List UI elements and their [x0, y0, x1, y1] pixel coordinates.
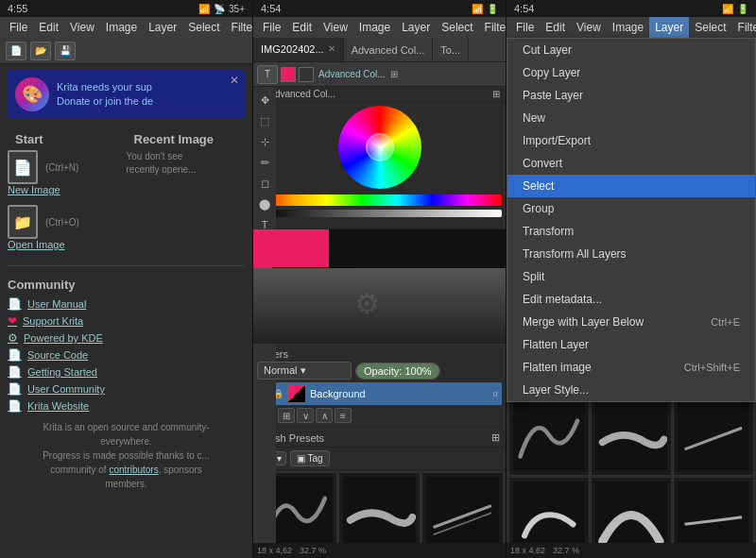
dropdown-layer-style[interactable]: Layer Style...: [507, 379, 755, 401]
layer-row-bg[interactable]: 👁 🔒 Background α: [257, 382, 502, 405]
dropdown-flatten-layer[interactable]: Flatten Layer: [507, 333, 755, 356]
menu-edit-1[interactable]: Edit: [33, 17, 64, 38]
dropdown-select[interactable]: Select: [507, 175, 755, 197]
menu-filter-3[interactable]: Filter: [732, 17, 756, 38]
layers-panel: Layers Normal ▾ Opacity: 100% 👁 🔒: [253, 344, 506, 429]
layer-down-btn[interactable]: ∨: [297, 408, 314, 423]
community-item-manual[interactable]: 📄 User Manual: [8, 296, 245, 313]
menu-layer-3[interactable]: Layer: [649, 17, 689, 38]
new-image-item[interactable]: 📄 (Ctrl+N) New Image: [8, 150, 127, 195]
menu-edit-2[interactable]: Edit: [286, 17, 318, 38]
menu-view-1[interactable]: View: [64, 17, 100, 38]
brush-tag-btn[interactable]: ▣ Tag: [290, 450, 330, 466]
dropdown-cut-layer[interactable]: Cut Layer: [507, 39, 755, 61]
background-color-swatch[interactable]: [299, 67, 314, 82]
community-item-start[interactable]: 📄 Getting Started: [8, 364, 245, 380]
brush-cell-2[interactable]: [338, 472, 421, 543]
menu-file-3[interactable]: File: [510, 17, 540, 38]
brush-cell-3[interactable]: [421, 472, 504, 543]
menu-select-2[interactable]: Select: [436, 17, 478, 38]
menu-select-3[interactable]: Select: [689, 17, 731, 38]
community-item-support[interactable]: ❤ Support Krita: [8, 313, 245, 330]
dropdown-merge[interactable]: Merge with Layer Below Ctrl+E: [507, 311, 755, 333]
blend-mode-select[interactable]: Normal ▾: [257, 362, 352, 380]
tool-fill[interactable]: ⬤: [255, 194, 274, 213]
tab-adv-color[interactable]: Advanced Col...: [344, 38, 434, 61]
gradient-bar[interactable]: [257, 194, 502, 206]
banner-line1: Krita needs your sup: [57, 80, 153, 94]
layer-dropdown-menu: Cut Layer Copy Layer Paste Layer New Imp…: [507, 38, 756, 402]
p2-tool-btn-1[interactable]: T: [257, 65, 278, 84]
menu-image-2[interactable]: Image: [353, 17, 396, 38]
tool-move[interactable]: ✥: [255, 91, 274, 110]
toolbar-open-btn[interactable]: 📂: [30, 42, 51, 60]
adv-color-tab-2[interactable]: Advanced Col...: [318, 69, 386, 79]
tool-paint[interactable]: ✏: [255, 153, 274, 172]
menu-image-1[interactable]: Image: [100, 17, 143, 38]
layer-menu-btn[interactable]: ≡: [335, 408, 352, 423]
tool-select[interactable]: ⬚: [255, 111, 274, 130]
tab-bar: IMG202402... ✕ Advanced Col... To...: [253, 38, 506, 62]
dropdown-split[interactable]: Split: [507, 265, 755, 288]
dropdown-group[interactable]: Group: [507, 197, 755, 220]
canvas-watermark: ⚙: [354, 287, 380, 320]
community-item-website[interactable]: 📄 Krita Website: [8, 397, 245, 414]
time-2: 4:54: [261, 3, 281, 14]
canvas-area[interactable]: ⚙: [253, 229, 506, 344]
website-label: Krita Website: [27, 400, 89, 412]
dropdown-copy-layer[interactable]: Copy Layer: [507, 61, 755, 84]
status-footer-3: 18 x 4,62 32.7 %: [507, 543, 756, 558]
menu-layer-2[interactable]: Layer: [396, 17, 436, 38]
menu-file-2[interactable]: File: [257, 17, 286, 38]
adv-close[interactable]: ⊞: [492, 89, 500, 99]
blend-opacity-row: Normal ▾ Opacity: 100%: [257, 362, 502, 380]
menu-filter-2[interactable]: Filter: [479, 17, 507, 38]
color-wheel[interactable]: [338, 106, 421, 189]
right-brush-cell-2[interactable]: [591, 395, 672, 476]
layer-style-label: Layer Style...: [523, 383, 589, 397]
contributors-link[interactable]: contributors: [109, 465, 158, 475]
menu-image-3[interactable]: Image: [607, 17, 649, 38]
banner-close-btn[interactable]: ✕: [230, 74, 239, 87]
tab-image[interactable]: IMG202402... ✕: [253, 38, 344, 61]
dropdown-transform[interactable]: Transform: [507, 220, 755, 243]
layer-up-btn[interactable]: ∧: [316, 408, 333, 423]
community-item-kde[interactable]: ⚙ Powered by KDE: [8, 330, 245, 347]
layer-group-btn[interactable]: ⊞: [278, 408, 295, 423]
blend-mode-label: Normal: [264, 364, 297, 376]
panel-close-btn[interactable]: ⊞: [390, 69, 398, 79]
community-title: Community: [0, 272, 252, 296]
dropdown-new[interactable]: New: [507, 107, 755, 129]
menu-file-1[interactable]: File: [4, 17, 33, 38]
dropdown-flatten-image[interactable]: Flatten image Ctrl+Shift+E: [507, 356, 755, 379]
menu-select-1[interactable]: Select: [182, 17, 225, 38]
tool-crop[interactable]: ⊹: [255, 132, 274, 151]
dropdown-import-export[interactable]: Import/Export: [507, 129, 755, 152]
menu-filter-1[interactable]: Filter: [226, 17, 253, 38]
menu-edit-3[interactable]: Edit: [540, 17, 571, 38]
tab-to[interactable]: To...: [433, 38, 469, 61]
opacity-bar[interactable]: Opacity: 100%: [355, 363, 440, 380]
dropdown-transform-all[interactable]: Transform All Layers: [507, 243, 755, 265]
dropdown-paste-layer[interactable]: Paste Layer: [507, 84, 755, 107]
community-list: 📄 User Manual ❤ Support Krita ⚙ Powered …: [0, 296, 252, 414]
bw-gradient-bar[interactable]: [257, 210, 502, 217]
toolbar-new-btn[interactable]: 📄: [6, 42, 26, 60]
group-label: Group: [523, 202, 554, 215]
foreground-color-swatch[interactable]: [281, 67, 296, 82]
toolbar-save-btn[interactable]: 💾: [55, 42, 76, 60]
dropdown-convert[interactable]: Convert: [507, 152, 755, 175]
menu-view-2[interactable]: View: [318, 17, 353, 38]
community-item-users[interactable]: 📄 User Community: [8, 380, 245, 397]
menu-layer-1[interactable]: Layer: [143, 17, 182, 38]
right-brush-cell-1[interactable]: [508, 395, 590, 476]
dropdown-edit-meta[interactable]: Edit metadata...: [507, 288, 755, 311]
brush-panel-icon[interactable]: ⊞: [491, 431, 500, 444]
right-brush-cell-3[interactable]: [673, 395, 754, 476]
tool-eraser[interactable]: ◻: [255, 174, 274, 193]
community-item-source[interactable]: 📄 Source Code: [8, 347, 245, 364]
recent-section: Recent Image You don't seerecently opene…: [127, 125, 246, 260]
menu-view-3[interactable]: View: [571, 17, 607, 38]
open-image-item[interactable]: 📁 (Ctrl+O) Open Image: [8, 205, 127, 250]
tab-close-icon[interactable]: ✕: [328, 43, 335, 54]
